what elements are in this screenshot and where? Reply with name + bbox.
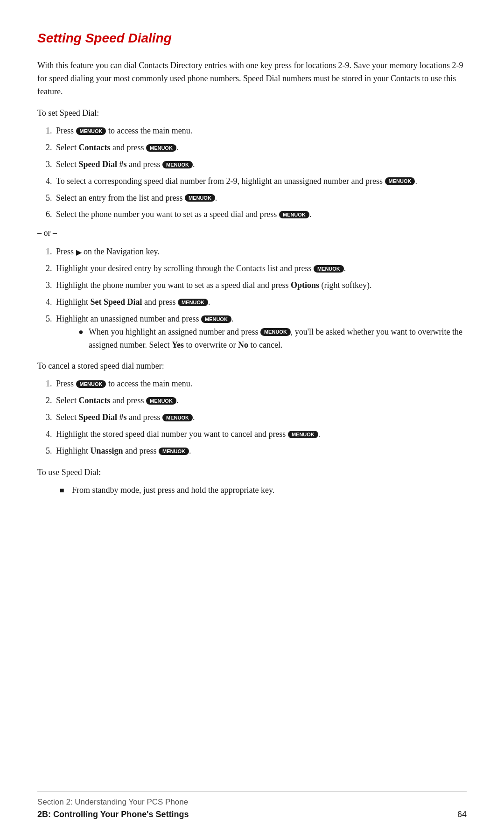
menu-ok-button-icon: MENUOK (146, 144, 176, 152)
list-item: Highlight Unassign and press MENUOK. (54, 445, 467, 458)
menu-ok-button-icon: MENUOK (162, 161, 193, 168)
set-speed-dial-label: To set Speed Dial: (37, 107, 467, 120)
list-item: Press MENUOK to access the main menu. (54, 378, 467, 391)
use-speed-dial-list: From standby mode, just press and hold t… (60, 484, 467, 497)
list-item: Highlight the phone number you want to s… (54, 279, 467, 292)
menu-ok-button-icon: MENUOK (279, 211, 309, 218)
menu-ok-button-icon: MENUOK (178, 299, 208, 306)
use-speed-dial-label: To use Speed Dial: (37, 466, 467, 479)
menu-ok-button-icon: MENUOK (146, 397, 176, 405)
list-item: Select an entry from the list and press … (54, 192, 467, 205)
cancel-steps-list: Press MENUOK to access the main menu. Se… (54, 378, 467, 457)
list-item: Select Contacts and press MENUOK. (54, 141, 467, 154)
list-item: Select Speed Dial #s and press MENUOK. (54, 411, 467, 424)
or-divider: – or – (37, 227, 467, 240)
page-number: 64 (457, 808, 467, 821)
menu-ok-button-icon: MENUOK (76, 380, 106, 388)
list-item: Select Contacts and press MENUOK. (54, 394, 467, 407)
page-footer: Section 2: Understanding Your PCS Phone … (37, 791, 467, 821)
intro-paragraph: With this feature you can dial Contacts … (37, 59, 467, 98)
list-item: Highlight Set Speed Dial and press MENUO… (54, 296, 467, 309)
list-item: Select the phone number you want to set … (54, 208, 467, 221)
list-item: Highlight your desired entry by scrollin… (54, 262, 467, 275)
set-steps-b-list: Press ▶ on the Navigation key. Highlight… (54, 245, 467, 351)
list-item: Highlight an unassigned number and press… (54, 313, 467, 352)
menu-ok-button-icon: MENUOK (162, 414, 193, 421)
menu-ok-button-icon: MENUOK (76, 127, 106, 135)
list-item: Press MENUOK to access the main menu. (54, 125, 467, 138)
footer-section-line1: Section 2: Understanding Your PCS Phone (37, 796, 189, 808)
set-steps-a-list: Press MENUOK to access the main menu. Se… (54, 125, 467, 221)
bullet-note-list: When you highlight an assigned number an… (78, 326, 467, 352)
menu-ok-button-icon: MENUOK (201, 315, 231, 323)
menu-ok-button-icon: MENUOK (385, 177, 415, 185)
menu-ok-button-icon: MENUOK (185, 194, 215, 202)
cancel-speed-dial-label: To cancel a stored speed dial number: (37, 360, 467, 373)
list-item: From standby mode, just press and hold t… (60, 484, 467, 497)
menu-ok-button-icon: MENUOK (159, 448, 189, 455)
menu-ok-button-icon: MENUOK (314, 265, 344, 273)
list-item: Press ▶ on the Navigation key. (54, 245, 467, 259)
page-title: Setting Speed Dialing (37, 28, 467, 48)
menu-ok-button-icon: MENUOK (288, 431, 318, 438)
menu-ok-button-icon: MENUOK (260, 328, 291, 336)
list-item: When you highlight an assigned number an… (78, 326, 467, 352)
list-item: Highlight the stored speed dial number y… (54, 428, 467, 441)
footer-section: Section 2: Understanding Your PCS Phone … (37, 791, 467, 821)
list-item: Select Speed Dial #s and press MENUOK. (54, 158, 467, 171)
footer-section-line2: 2B: Controlling Your Phone's Settings (37, 808, 189, 821)
nav-arrow-icon: ▶ (76, 247, 82, 259)
list-item: To select a corresponding speed dial num… (54, 175, 467, 188)
footer-left: Section 2: Understanding Your PCS Phone … (37, 796, 189, 821)
